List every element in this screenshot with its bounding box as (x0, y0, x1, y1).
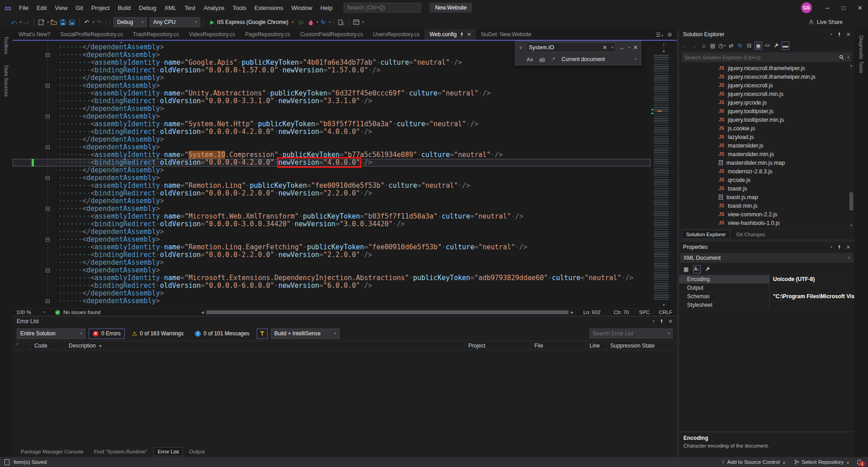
column-header-project[interactable]: Project (465, 341, 531, 350)
redo-dropdown[interactable]: ▾ (105, 20, 107, 24)
solution-explorer-sync-icon[interactable] (352, 17, 360, 27)
quick-search-box[interactable] (344, 3, 421, 13)
code-line[interactable]: ······<dependentAssembly> (13, 267, 651, 274)
notifications-bell-icon[interactable]: 1 (855, 458, 863, 466)
collapse-all-icon[interactable]: ⊟ (745, 42, 753, 50)
tab-web-config[interactable]: Web.config✕ (425, 29, 476, 40)
code-line[interactable]: ········<assemblyIdentity·name="Microsof… (13, 274, 651, 282)
menu-xml[interactable]: XML (160, 3, 181, 13)
categorized-icon[interactable]: ▦ (682, 265, 690, 273)
switch-views-icon[interactable]: ▤ (709, 42, 717, 50)
find-in-files-icon[interactable] (337, 17, 345, 27)
forward-icon[interactable]: → (691, 42, 698, 50)
sync-with-active-document-icon[interactable]: ⇄ (727, 42, 735, 50)
fold-collapse-icon[interactable] (42, 174, 52, 182)
refresh-icon[interactable]: ↻ (736, 42, 744, 50)
scroll-down-icon[interactable]: ▼ (848, 224, 854, 228)
scroll-right-icon[interactable]: ▶ (569, 310, 576, 315)
search-options-dropdown[interactable]: ▾ (847, 56, 849, 59)
navigate-back-icon[interactable]: ⤺ (10, 17, 18, 27)
errors-filter-button[interactable]: ✕ 0 Errors (89, 329, 125, 339)
hot-reload-icon[interactable] (307, 17, 315, 27)
fold-collapse-icon[interactable] (42, 143, 52, 151)
find-scope-dropdown[interactable]: Current document▾ (559, 56, 639, 62)
tree-item-jquery-nicescroll-iframehelper-js[interactable]: JSjquery.nicescroll.iframehelper.js (679, 64, 854, 72)
code-line[interactable]: ········<assemblyIdentity·name="Remotion… (13, 243, 651, 251)
menu-window[interactable]: Window (287, 3, 316, 13)
save-icon[interactable] (59, 17, 67, 27)
menu-extensions[interactable]: Extensions (250, 3, 288, 13)
panel-tab-error-list[interactable]: Error List (153, 447, 184, 456)
tree-item-jquery-nicescroll-min-js[interactable]: JSjquery.nicescroll.min.js (679, 90, 854, 98)
side-tab-toolbox[interactable]: Toolbox (4, 32, 9, 59)
tree-item-masterslider-min-js-map[interactable]: masterslider.min.js.map (679, 158, 854, 167)
window-position-dropdown[interactable]: ▾ (653, 319, 655, 323)
minimap-content[interactable] (654, 55, 674, 301)
code-line[interactable]: ······</dependentAssembly> (13, 290, 651, 297)
fold-collapse-icon[interactable] (42, 51, 52, 59)
fold-collapse-icon[interactable] (42, 113, 52, 120)
code-line[interactable]: ········<assemblyIdentity·name="Microsof… (13, 213, 651, 220)
tab-what-s-new[interactable]: What's New? (14, 29, 55, 40)
user-avatar[interactable]: GS (801, 2, 812, 13)
code-line[interactable]: ········<assemblyIdentity·name="System.I… (13, 151, 651, 159)
undo-icon[interactable]: ↶ (83, 17, 91, 27)
tree-item-jquery-qrcode-js[interactable]: JSjquery.qrcode.js (679, 98, 854, 107)
tree-item-modernizr-2-8-3-js[interactable]: JSmodernizr-2.8.3.js (679, 167, 854, 176)
fold-collapse-icon[interactable] (42, 205, 52, 213)
new-project-icon[interactable] (38, 17, 46, 27)
code-line[interactable]: ······</dependentAssembly> (13, 105, 651, 113)
scroll-up-icon[interactable]: ▲ (651, 48, 677, 54)
live-share-button[interactable]: Live Share (808, 19, 843, 25)
match-case-toggle[interactable]: Aa (524, 57, 535, 62)
tab-customfieldrepository-cs[interactable]: CustomFieldRepository.cs (295, 29, 368, 40)
fold-collapse-icon[interactable] (42, 236, 52, 243)
close-find-icon[interactable]: ✕ (632, 44, 639, 51)
fold-collapse-icon[interactable] (42, 267, 52, 274)
close-panel-icon[interactable]: ✕ (669, 319, 673, 324)
code-line[interactable]: ········<assemblyIdentity·name="Unity.Ab… (13, 90, 651, 97)
code-line[interactable]: ········<bindingRedirect·oldVersion="0.0… (13, 190, 651, 197)
split-editor-handle[interactable]: ↕ (651, 41, 677, 48)
side-tab-data-sources[interactable]: Data Sources (4, 61, 9, 101)
tree-scrollbar[interactable]: ▲ ▼ (848, 63, 854, 229)
column-header-suppression-state[interactable]: Suppression State (607, 341, 677, 350)
view-code-icon[interactable]: <> (764, 42, 771, 50)
code-line[interactable]: ······<dependentAssembly> (13, 205, 651, 213)
menu-debug[interactable]: Debug (135, 3, 160, 13)
tree-item-lazyload-js[interactable]: JSlazyload.js (679, 133, 854, 141)
property-value[interactable] (769, 301, 854, 309)
hscroll-thumb[interactable] (207, 310, 568, 314)
close-panel-icon[interactable]: ✕ (846, 244, 850, 250)
preview-selected-items-icon[interactable]: ▬ (782, 42, 789, 50)
side-tab-diagnostic-tools[interactable]: Diagnostic Tools (859, 31, 864, 78)
hot-reload-dropdown[interactable]: ▾ (316, 20, 318, 24)
pending-changes-filter-icon[interactable]: ◷▾ (718, 42, 726, 50)
code-line[interactable]: ········<bindingRedirect·oldVersion="0.0… (13, 128, 651, 136)
zoom-control[interactable]: 100 %▾ (13, 310, 49, 315)
solution-explorer-titlebar[interactable]: Solution Explorer ▾ ✕ (679, 29, 854, 40)
navigate-forward-icon[interactable]: ⤻ (23, 17, 31, 27)
error-search-input[interactable] (593, 330, 663, 337)
property-row-output[interactable]: Output (679, 284, 854, 292)
pin-icon[interactable] (837, 32, 841, 37)
search-options-dropdown[interactable]: ▾ (668, 332, 670, 335)
menu-project[interactable]: Project (87, 3, 113, 13)
error-list-body[interactable] (13, 350, 677, 446)
tree-item-view-hashtools-1-0-js[interactable]: JSview-hashtools-1.0.js (679, 219, 854, 227)
navigate-back-dropdown[interactable]: ▾ (20, 20, 22, 24)
select-repository-button[interactable]: Select Repository ▲ (792, 459, 852, 465)
open-file-icon[interactable] (50, 17, 58, 27)
code-line[interactable]: ········<assemblyIdentity·name="System.N… (13, 120, 651, 128)
code-line[interactable]: ······</dependentAssembly> (13, 167, 651, 174)
fold-collapse-icon[interactable] (42, 297, 52, 305)
property-value[interactable]: "C:\Program Files\Microsoft Vis (769, 292, 854, 300)
minimap-scrollbar[interactable]: ↕ ▲ ▼ (651, 41, 677, 308)
tree-item-js-cookie-js[interactable]: JSjs.cookie.js (679, 124, 854, 133)
active-files-dropdown-icon[interactable]: ☰▾ (656, 32, 663, 38)
tree-item-jquery-tooltipster-min-js[interactable]: JSjquery.tooltipster.min.js (679, 115, 854, 124)
property-pages-wrench-icon[interactable] (704, 265, 712, 273)
properties-wrench-icon[interactable] (773, 42, 780, 50)
menu-analyze[interactable]: Analyze (199, 3, 228, 13)
se-tab-git-changes[interactable]: Git Changes (731, 230, 769, 239)
